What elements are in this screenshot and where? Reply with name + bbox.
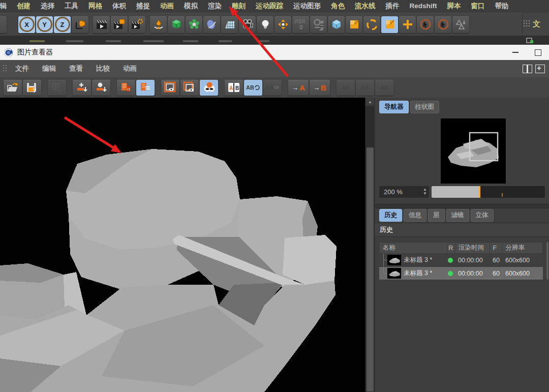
render-to-picture-viewer-button[interactable] — [111, 16, 128, 33]
tab-histogram[interactable]: 柱状图 — [410, 101, 440, 113]
axis-modifier-icon[interactable] — [452, 16, 469, 33]
menu-mograph[interactable]: 运动图形 — [288, 2, 326, 11]
page-list-icon[interactable] — [136, 80, 155, 96]
tab-stereo[interactable]: 立体 — [471, 209, 494, 222]
menu-window[interactable]: 窗口 — [466, 2, 490, 11]
menu-help[interactable]: 帮助 — [490, 2, 514, 11]
render-settings-button[interactable] — [129, 16, 145, 33]
selection-tool-icon[interactable] — [435, 16, 451, 33]
scale-tool-icon[interactable] — [381, 16, 398, 33]
user-down-icon[interactable] — [92, 80, 110, 96]
move-tool-icon[interactable] — [399, 16, 416, 33]
ab-eye-icon[interactable]: AB — [263, 80, 282, 96]
pv-menu-view[interactable]: 查看 — [63, 64, 89, 73]
minimize-button[interactable] — [504, 45, 527, 60]
menu-animate[interactable]: 动画 — [155, 2, 179, 11]
render-time: 00:00:00 — [455, 254, 490, 266]
tab-layer[interactable]: 层 — [428, 209, 445, 222]
drag-grip-icon[interactable] — [2, 64, 9, 74]
pv-menu-animation[interactable]: 动画 — [116, 64, 143, 73]
live-selection-icon[interactable] — [417, 16, 434, 33]
grid-icon[interactable]: 12 — [48, 80, 66, 96]
ab-sequence-icon[interactable]: AB — [375, 80, 393, 96]
floor-grid-icon[interactable] — [221, 16, 238, 33]
pen-tool-icon[interactable] — [150, 16, 167, 33]
insert-row-icon[interactable] — [73, 80, 91, 96]
menu-pipeline[interactable]: 流水线 — [350, 2, 381, 11]
zoom-value-field[interactable]: 200 % ▲▼ — [379, 186, 429, 198]
undo-icon[interactable] — [0, 16, 7, 33]
menu-motion-tracker[interactable]: 运动跟踪 — [251, 2, 288, 11]
canvas-scrollbar[interactable]: ▲ — [365, 98, 375, 392]
menu-tools[interactable]: 工具 — [59, 2, 83, 11]
menu-snap[interactable]: 捕捉 — [131, 2, 155, 11]
single-view-icon[interactable] — [161, 80, 179, 96]
col-render-flag[interactable]: R — [447, 243, 455, 253]
render-image-canvas[interactable] — [0, 98, 365, 392]
rotate-tool-icon[interactable] — [363, 16, 380, 33]
menu-mesh[interactable]: 网格 — [83, 2, 107, 11]
render-view-button[interactable] — [93, 16, 110, 33]
menu-script[interactable]: 脚本 — [442, 2, 466, 11]
lock-x-axis-button[interactable]: X — [18, 16, 35, 33]
model-mode-icon[interactable] — [328, 16, 345, 33]
spline-icon[interactable] — [203, 16, 220, 33]
navigator-thumbnail[interactable] — [441, 118, 506, 184]
dual-view-icon[interactable] — [180, 80, 199, 96]
zoom-slider[interactable] — [432, 186, 545, 198]
menu-plugins[interactable]: 插件 — [381, 2, 405, 11]
camera-icon[interactable] — [239, 16, 256, 33]
split-layout-icon[interactable] — [523, 65, 532, 73]
col-name[interactable]: 名称 — [380, 243, 447, 253]
col-render-time[interactable]: 渲染时间 — [455, 243, 490, 253]
menu-volume[interactable]: 体积 — [107, 2, 131, 11]
menu-sculpt[interactable]: 雕刻 — [227, 2, 251, 11]
coordinate-system-icon[interactable] — [72, 16, 88, 33]
ab-swap-icon[interactable]: AB — [337, 80, 355, 96]
tab-info[interactable]: 信息 — [404, 209, 426, 222]
picture-viewer-titlebar[interactable]: 图片查看器 — [0, 45, 549, 61]
make-editable-icon[interactable] — [346, 16, 362, 33]
add-cube-icon[interactable] — [168, 16, 185, 33]
maximize-button[interactable] — [527, 45, 549, 60]
compare-overlay-icon[interactable] — [200, 80, 218, 96]
col-resolution[interactable]: 分辨率 — [502, 243, 542, 253]
pv-menu-file[interactable]: 文件 — [9, 64, 36, 73]
lock-z-axis-button[interactable]: Z — [54, 16, 71, 33]
pv-menu-edit[interactable]: 编辑 — [36, 64, 63, 73]
table-scrollbar[interactable] — [546, 242, 548, 280]
ab-grid-icon[interactable]: AB — [356, 80, 374, 96]
set-a-icon[interactable]: →A — [288, 80, 309, 96]
menu-character[interactable]: 角色 — [326, 2, 350, 11]
menu-redshift[interactable]: Redshift — [405, 2, 442, 10]
ab-link-icon[interactable]: AB — [244, 80, 262, 96]
panel-file-menu[interactable]: 文 — [533, 19, 540, 29]
add-panel-icon[interactable] — [535, 65, 545, 73]
open-icon[interactable] — [4, 80, 22, 96]
coordinates-icon[interactable] — [310, 16, 327, 33]
menu-edit[interactable]: 编辑 — [0, 2, 12, 11]
ab-horizontal-icon[interactable]: AB — [225, 80, 243, 96]
tab-navigator[interactable]: 导航器 — [379, 101, 409, 113]
lock-y-axis-button[interactable]: Y — [36, 16, 53, 33]
menu-select[interactable]: 选择 — [36, 2, 59, 11]
deformer-icon[interactable] — [274, 16, 291, 33]
tab-filter[interactable]: 滤镜 — [446, 209, 469, 222]
menu-simulate[interactable]: 模拟 — [179, 2, 203, 11]
menu-render[interactable]: 渲染 — [203, 2, 227, 11]
pv-menu-compare[interactable]: 比较 — [89, 64, 116, 73]
menu-create[interactable]: 创建 — [12, 2, 36, 11]
history-row-selected[interactable]: 未标题 3 * 00:00:00 60 600x600 — [379, 267, 543, 280]
tab-history[interactable]: 历史 — [379, 209, 402, 222]
save-icon[interactable]: ? — [23, 80, 41, 96]
scrollbar-thumb[interactable] — [367, 147, 374, 391]
zoom-stepper-icon[interactable]: ▲▼ — [423, 188, 427, 196]
psr-zero-icon[interactable]: PSR0 — [292, 16, 309, 33]
generator-icon[interactable] — [186, 16, 202, 33]
history-row[interactable]: 未标题 3 * 00:00:00 60 600x600 — [379, 254, 543, 267]
set-b-icon[interactable]: →B — [310, 80, 330, 96]
light-icon[interactable] — [257, 16, 273, 33]
col-frames[interactable]: F — [490, 243, 502, 253]
delete-page-icon[interactable] — [117, 80, 135, 96]
scroll-up-icon[interactable]: ▲ — [365, 98, 375, 106]
